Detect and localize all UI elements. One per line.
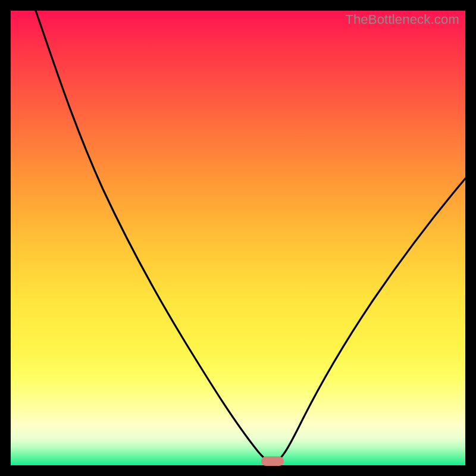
bottleneck-minimum-marker	[261, 456, 284, 466]
plot-area: TheBottleneck.com	[11, 11, 465, 465]
curve-path	[36, 11, 465, 462]
bottleneck-curve	[11, 11, 465, 465]
chart-frame: TheBottleneck.com	[0, 0, 476, 476]
